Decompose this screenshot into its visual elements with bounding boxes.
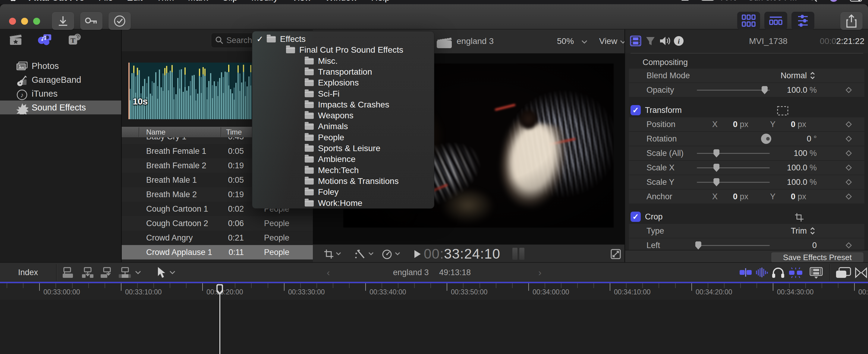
keywords-button[interactable] bbox=[80, 12, 102, 30]
audio-meter-right[interactable] bbox=[519, 248, 524, 260]
background-tasks-button[interactable] bbox=[108, 12, 131, 30]
chevron-down-icon[interactable] bbox=[169, 271, 176, 275]
effects-browser-icon[interactable] bbox=[835, 267, 851, 278]
menu-item-file[interactable]: File bbox=[98, 0, 113, 3]
append-edit-icon[interactable] bbox=[100, 267, 115, 278]
siri-icon[interactable] bbox=[829, 0, 838, 2]
crop-tool-icon[interactable] bbox=[324, 249, 334, 259]
menu-item-weapons[interactable]: Weapons bbox=[252, 110, 434, 121]
clip-appearance-icon[interactable] bbox=[809, 267, 823, 279]
video-inspector-icon[interactable] bbox=[630, 36, 641, 46]
slider-value[interactable]: 100.0 % bbox=[744, 175, 817, 189]
column-name[interactable]: Name bbox=[146, 127, 165, 138]
transitions-browser-icon[interactable] bbox=[855, 267, 867, 278]
close-window-button[interactable] bbox=[9, 18, 16, 25]
timeline-strip-button[interactable] bbox=[764, 12, 787, 30]
viewer-view-menu[interactable]: View bbox=[599, 29, 617, 53]
snapping-toggle-icon[interactable] bbox=[788, 267, 804, 278]
chevron-down-icon[interactable] bbox=[135, 271, 141, 275]
slider-value[interactable]: 100.0 % bbox=[744, 161, 817, 175]
list-item-crowd-angry[interactable]: Crowd Angry0:21People bbox=[122, 231, 313, 245]
chevron-updown-icon[interactable] bbox=[810, 71, 815, 80]
chevron-down-icon[interactable] bbox=[581, 40, 588, 44]
slider-thumb[interactable] bbox=[695, 241, 701, 250]
transform-checkbox[interactable]: ✓ bbox=[630, 105, 641, 115]
column-divider[interactable] bbox=[138, 127, 139, 137]
playhead-line[interactable] bbox=[219, 293, 220, 354]
audio-meter-left[interactable] bbox=[513, 248, 518, 260]
menu-item-view[interactable]: View bbox=[292, 0, 311, 3]
overwrite-edit-icon[interactable] bbox=[118, 267, 133, 278]
sidebar-item-garageband[interactable]: GarageBand bbox=[0, 73, 121, 87]
list-item-crowd-applause-1[interactable]: Crowd Applause 10:11People bbox=[122, 245, 313, 259]
next-clip-chevron[interactable]: › bbox=[538, 263, 541, 282]
skimming-toggle-icon[interactable] bbox=[739, 267, 752, 278]
menu-item-help[interactable]: Help bbox=[371, 0, 390, 3]
apple-menu-icon[interactable] bbox=[9, 0, 18, 2]
menu-item-mark[interactable]: Mark bbox=[188, 0, 208, 3]
zoom-window-button[interactable] bbox=[33, 18, 40, 25]
chevron-down-icon[interactable] bbox=[336, 252, 341, 255]
menu-item-work-home[interactable]: Work:Home bbox=[252, 198, 434, 209]
keyframe-diamond-icon[interactable] bbox=[845, 193, 852, 201]
select-value[interactable]: Normal bbox=[744, 69, 807, 82]
slider-thumb[interactable] bbox=[713, 164, 719, 172]
info-inspector-icon[interactable]: i bbox=[673, 36, 684, 46]
solo-headphones-icon[interactable] bbox=[772, 267, 785, 278]
keyframe-diamond-icon[interactable] bbox=[845, 149, 852, 157]
menu-item-window[interactable]: Window bbox=[325, 0, 358, 3]
inspector-sliders-button[interactable] bbox=[792, 12, 814, 30]
keyframe-diamond-icon[interactable] bbox=[845, 86, 852, 94]
share-button[interactable] bbox=[840, 12, 863, 30]
menu-item-effects[interactable]: ✓Effects bbox=[252, 34, 434, 44]
color-inspector-icon[interactable] bbox=[645, 36, 656, 46]
play-icon[interactable] bbox=[413, 250, 421, 258]
y-value[interactable]: 0 px bbox=[776, 190, 806, 204]
previous-clip-chevron[interactable]: ‹ bbox=[327, 263, 330, 282]
menu-item-final-cut-pro[interactable]: Final Cut Pro bbox=[28, 0, 85, 3]
y-value[interactable]: 0 px bbox=[776, 117, 806, 131]
audio-inspector-icon[interactable] bbox=[659, 36, 672, 46]
menu-item-misc-[interactable]: Misc. bbox=[252, 56, 434, 67]
retime-gauge-icon[interactable] bbox=[381, 249, 393, 260]
sidebar-item-photos[interactable]: Photos bbox=[0, 59, 121, 73]
timeline-track-area[interactable] bbox=[0, 300, 868, 354]
menu-item-trim[interactable]: Trim bbox=[156, 0, 174, 3]
connect-edit-icon[interactable] bbox=[62, 267, 76, 278]
keyframe-diamond-icon[interactable] bbox=[845, 135, 852, 143]
minimize-window-button[interactable] bbox=[21, 18, 28, 25]
slider-value[interactable]: 100.0 % bbox=[744, 83, 817, 97]
triangle-up-icon[interactable] bbox=[681, 0, 689, 2]
menu-item-transportation[interactable]: Transportation bbox=[252, 67, 434, 77]
control-center-icon[interactable] bbox=[850, 0, 862, 2]
status-text[interactable]: Sun 3:00 PM bbox=[748, 0, 797, 2]
menu-item-foley[interactable]: Foley bbox=[252, 187, 434, 198]
chevron-down-icon[interactable] bbox=[395, 252, 400, 255]
chevron-down-icon[interactable] bbox=[368, 252, 374, 255]
keyframe-diamond-icon[interactable] bbox=[845, 178, 852, 186]
menu-item-impacts-crashes[interactable]: Impacts & Crashes bbox=[252, 99, 434, 110]
menu-item-mech-tech[interactable]: Mech:Tech bbox=[252, 165, 434, 176]
transform-icon[interactable] bbox=[777, 106, 788, 116]
x-value[interactable]: 0 px bbox=[718, 190, 748, 204]
spotlight-icon[interactable] bbox=[808, 0, 817, 2]
audio-skimming-icon[interactable] bbox=[755, 267, 769, 278]
column-time[interactable]: Time bbox=[226, 127, 242, 138]
menu-item-explosions[interactable]: Explosions bbox=[252, 77, 434, 88]
menu-item-sports-leisure[interactable]: Sports & Leisure bbox=[252, 143, 434, 154]
slider-thumb[interactable] bbox=[713, 149, 719, 157]
menu-item-edit[interactable]: Edit bbox=[127, 0, 143, 3]
select-tool-icon[interactable] bbox=[157, 267, 166, 278]
timeline-clip-name[interactable]: england 3 bbox=[393, 263, 429, 282]
browser-grid-button[interactable] bbox=[737, 12, 760, 30]
import-button[interactable] bbox=[52, 12, 74, 30]
crop-checkbox[interactable]: ✓ bbox=[630, 212, 641, 222]
viewer-timecode[interactable]: 00:33:24:10 bbox=[424, 245, 500, 263]
menu-item-animals[interactable]: Animals bbox=[252, 121, 434, 132]
knob-value[interactable]: 0 ° bbox=[744, 132, 817, 146]
save-effects-preset-button[interactable]: Save Effects Preset bbox=[771, 252, 864, 263]
sidebar-tab-titles-generators-icon[interactable]: T bbox=[67, 33, 82, 46]
menu-item-ambience[interactable]: Ambience bbox=[252, 154, 434, 165]
x-value[interactable]: 0 px bbox=[718, 117, 748, 131]
menu-item-sci-fi[interactable]: Sci-Fi bbox=[252, 88, 434, 99]
